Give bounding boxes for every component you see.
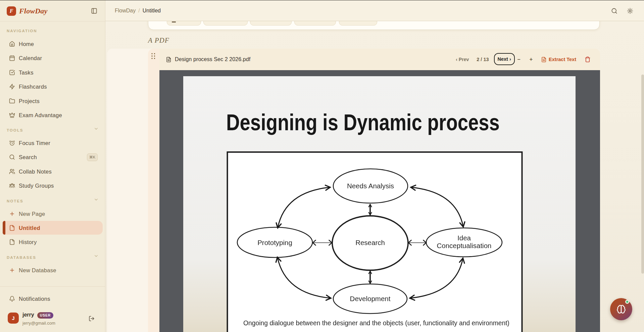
svg-text:Ongoing dialogue between the d: Ongoing dialogue between the designer an…: [243, 319, 509, 327]
svg-text:Development: Development: [350, 295, 391, 302]
svg-text:Prototyping: Prototyping: [257, 239, 292, 246]
svg-text:Idea: Idea: [457, 234, 471, 242]
svg-text:Research: Research: [355, 239, 385, 246]
svg-text:Conceptualisation: Conceptualisation: [437, 242, 492, 249]
svg-text:Needs Analysis: Needs Analysis: [347, 182, 394, 190]
